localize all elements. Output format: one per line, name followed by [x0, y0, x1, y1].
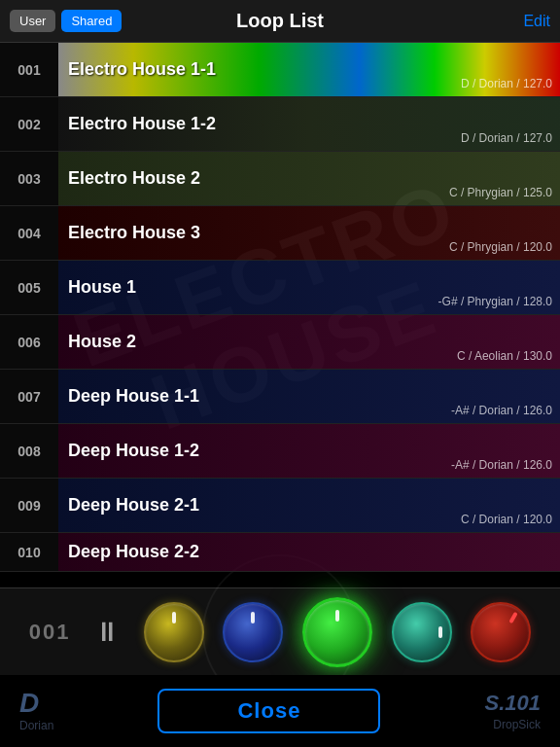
transport-bar: 001 ⏸ — [0, 587, 560, 675]
row-number: 010 — [0, 533, 58, 571]
pause-icon: ⏸ — [93, 616, 121, 648]
knob-blue-indicator — [251, 612, 255, 623]
row-content: Electro House 3C / Phrygian / 120.0 — [58, 206, 560, 260]
row-meta: C / Phrygian / 120.0 — [449, 240, 552, 254]
table-row[interactable]: 002Electro House 1-2D / Dorian / 127.0 — [0, 97, 560, 152]
loop-list: ELECTROHOUSE 001Electro House 1-1D / Dor… — [0, 43, 560, 587]
bottom-right-section: S.101 DropSick — [485, 691, 542, 731]
row-meta: -A# / Dorian / 126.0 — [451, 404, 552, 417]
knob-teal[interactable] — [392, 602, 452, 662]
row-meta: -G# / Phrygian / 128.0 — [438, 295, 552, 308]
row-content: House 2C / Aeolian / 130.0 — [58, 315, 560, 369]
table-row[interactable]: 010Deep House 2-2 — [0, 533, 560, 572]
header-left: User Shared — [10, 10, 122, 32]
row-number: 005 — [0, 261, 58, 314]
bottom-key-value: D — [19, 690, 53, 717]
table-row[interactable]: 006House 2C / Aeolian / 130.0 — [0, 315, 560, 370]
header: User Shared Loop List Edit — [0, 0, 560, 43]
row-content: Electro House 2C / Phrygian / 125.0 — [58, 152, 560, 205]
row-number: 008 — [0, 424, 58, 478]
user-button[interactable]: User — [10, 10, 55, 32]
row-meta: C / Phrygian / 125.0 — [449, 186, 552, 199]
close-button[interactable]: Close — [158, 689, 380, 733]
knob-olive[interactable] — [144, 602, 204, 662]
row-content: Deep House 2-2 — [58, 533, 560, 571]
table-row[interactable]: 004Electro House 3C / Phrygian / 120.0 — [0, 206, 560, 261]
knob-green-indicator — [335, 610, 339, 622]
knob-green[interactable] — [302, 597, 372, 667]
row-name: Deep House 2-2 — [68, 542, 550, 562]
row-content: Deep House 1-1-A# / Dorian / 126.0 — [58, 370, 560, 423]
table-row[interactable]: 005House 1-G# / Phrygian / 128.0 — [0, 261, 560, 315]
row-meta: D / Dorian / 127.0 — [461, 77, 552, 90]
knob-teal-indicator — [438, 626, 442, 638]
row-content: Electro House 1-2D / Dorian / 127.0 — [58, 97, 560, 151]
bottom-right-label: DropSick — [485, 718, 542, 731]
knob-red-indicator — [508, 611, 517, 622]
knob-red[interactable] — [471, 602, 531, 662]
row-content: Deep House 2-1C / Dorian / 120.0 — [58, 479, 560, 532]
page-title: Loop List — [236, 10, 324, 32]
table-row[interactable]: 001Electro House 1-1D / Dorian / 127.0 — [0, 43, 560, 97]
row-content: Deep House 1-2-A# / Dorian / 126.0 — [58, 424, 560, 478]
table-row[interactable]: 007Deep House 1-1-A# / Dorian / 126.0 — [0, 370, 560, 424]
bottom-key-section: D Dorian — [19, 690, 53, 732]
shared-button[interactable]: Shared — [61, 10, 122, 32]
bottom-key-label: Dorian — [19, 719, 53, 732]
row-meta: -A# / Dorian / 126.0 — [451, 458, 552, 472]
table-row[interactable]: 003Electro House 2C / Phrygian / 125.0 — [0, 152, 560, 206]
row-number: 007 — [0, 370, 58, 423]
row-number: 004 — [0, 206, 58, 260]
table-row[interactable]: 009Deep House 2-1C / Dorian / 120.0 — [0, 479, 560, 533]
pause-button[interactable]: ⏸ — [89, 615, 124, 650]
row-number: 003 — [0, 152, 58, 205]
table-row[interactable]: 008Deep House 1-2-A# / Dorian / 126.0 — [0, 424, 560, 479]
row-number: 009 — [0, 479, 58, 532]
row-content: House 1-G# / Phrygian / 128.0 — [58, 261, 560, 314]
row-number: 001 — [0, 43, 58, 96]
row-content: Electro House 1-1D / Dorian / 127.0 — [58, 43, 560, 96]
edit-button[interactable]: Edit — [523, 13, 550, 30]
bottom-bar: D Dorian Close S.101 DropSick — [0, 675, 560, 747]
row-meta: C / Aeolian / 130.0 — [457, 349, 552, 363]
bottom-right-value: S.101 — [485, 691, 542, 716]
row-meta: D / Dorian / 127.0 — [461, 131, 552, 145]
row-number: 006 — [0, 315, 58, 369]
knob-blue[interactable] — [223, 602, 283, 662]
transport-counter: 001 — [29, 620, 71, 645]
knob-olive-indicator — [172, 612, 176, 623]
row-meta: C / Dorian / 120.0 — [461, 513, 552, 526]
row-number: 002 — [0, 97, 58, 151]
